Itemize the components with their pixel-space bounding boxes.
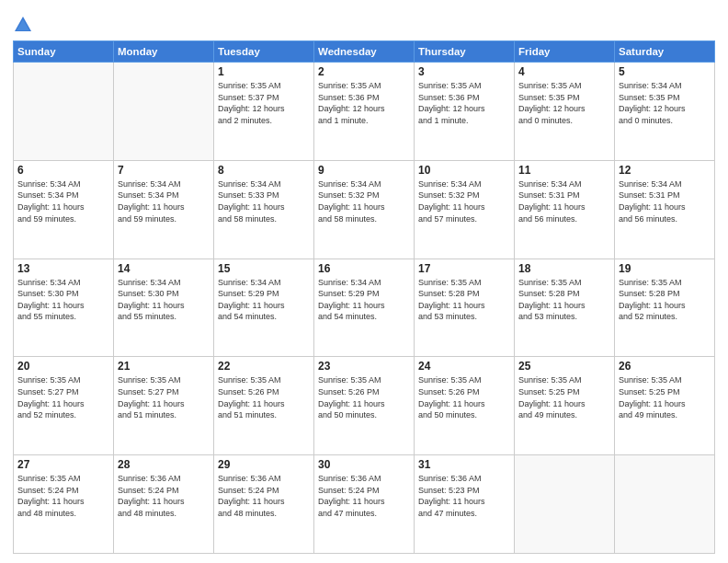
calendar-cell: 9Sunrise: 5:34 AMSunset: 5:32 PMDaylight… [314, 160, 415, 259]
calendar-cell: 27Sunrise: 5:35 AMSunset: 5:24 PMDayligh… [14, 455, 114, 554]
calendar-cell: 19Sunrise: 5:35 AMSunset: 5:28 PMDayligh… [615, 259, 715, 357]
calendar-cell [14, 63, 114, 161]
day-number: 18 [518, 262, 610, 275]
calendar-day-header-saturday: Saturday [615, 41, 715, 63]
cell-content: Sunrise: 5:34 AMSunset: 5:32 PMDaylight:… [418, 178, 510, 224]
cell-content: Sunrise: 5:34 AMSunset: 5:32 PMDaylight:… [318, 178, 410, 224]
calendar-header: SundayMondayTuesdayWednesdayThursdayFrid… [14, 41, 715, 63]
day-number: 7 [118, 164, 210, 177]
calendar-cell: 23Sunrise: 5:35 AMSunset: 5:26 PMDayligh… [314, 357, 415, 455]
day-number: 2 [318, 65, 410, 78]
cell-content: Sunrise: 5:35 AMSunset: 5:36 PMDaylight:… [318, 80, 410, 126]
calendar-day-header-sunday: Sunday [14, 41, 114, 63]
day-number: 26 [619, 360, 711, 373]
day-number: 24 [418, 360, 510, 373]
calendar-day-header-monday: Monday [114, 41, 214, 63]
calendar-cell: 11Sunrise: 5:34 AMSunset: 5:31 PMDayligh… [515, 160, 615, 259]
calendar-cell: 17Sunrise: 5:35 AMSunset: 5:28 PMDayligh… [415, 259, 515, 357]
cell-content: Sunrise: 5:36 AMSunset: 5:24 PMDaylight:… [118, 473, 210, 519]
day-number: 14 [118, 262, 210, 275]
cell-content: Sunrise: 5:35 AMSunset: 5:28 PMDaylight:… [418, 277, 510, 323]
day-number: 13 [17, 262, 109, 275]
calendar-table: SundayMondayTuesdayWednesdayThursdayFrid… [13, 40, 715, 554]
calendar-day-header-friday: Friday [515, 41, 615, 63]
cell-content: Sunrise: 5:35 AMSunset: 5:27 PMDaylight:… [118, 374, 210, 420]
calendar-week-1: 6Sunrise: 5:34 AMSunset: 5:34 PMDaylight… [14, 160, 715, 259]
calendar-week-0: 1Sunrise: 5:35 AMSunset: 5:37 PMDaylight… [14, 63, 715, 161]
cell-content: Sunrise: 5:35 AMSunset: 5:36 PMDaylight:… [418, 80, 510, 126]
day-number: 27 [17, 458, 109, 471]
cell-content: Sunrise: 5:34 AMSunset: 5:29 PMDaylight:… [318, 277, 410, 323]
calendar-cell: 20Sunrise: 5:35 AMSunset: 5:27 PMDayligh… [14, 357, 114, 455]
day-number: 19 [619, 262, 711, 275]
day-number: 30 [318, 458, 410, 471]
cell-content: Sunrise: 5:35 AMSunset: 5:24 PMDaylight:… [17, 473, 109, 519]
cell-content: Sunrise: 5:35 AMSunset: 5:27 PMDaylight:… [17, 374, 109, 420]
calendar-week-3: 20Sunrise: 5:35 AMSunset: 5:27 PMDayligh… [14, 357, 715, 455]
logo-icon [13, 15, 33, 35]
calendar-cell: 4Sunrise: 5:35 AMSunset: 5:35 PMDaylight… [515, 63, 615, 161]
cell-content: Sunrise: 5:35 AMSunset: 5:28 PMDaylight:… [518, 277, 610, 323]
calendar-day-header-tuesday: Tuesday [214, 41, 314, 63]
day-number: 6 [17, 164, 109, 177]
day-number: 23 [318, 360, 410, 373]
calendar-cell: 5Sunrise: 5:34 AMSunset: 5:35 PMDaylight… [615, 63, 715, 161]
cell-content: Sunrise: 5:34 AMSunset: 5:30 PMDaylight:… [118, 277, 210, 323]
cell-content: Sunrise: 5:35 AMSunset: 5:26 PMDaylight:… [318, 374, 410, 420]
day-number: 10 [418, 164, 510, 177]
day-number: 12 [619, 164, 711, 177]
day-number: 25 [518, 360, 610, 373]
calendar-cell: 28Sunrise: 5:36 AMSunset: 5:24 PMDayligh… [114, 455, 214, 554]
day-number: 3 [418, 65, 510, 78]
calendar-cell: 21Sunrise: 5:35 AMSunset: 5:27 PMDayligh… [114, 357, 214, 455]
cell-content: Sunrise: 5:34 AMSunset: 5:31 PMDaylight:… [518, 178, 610, 224]
cell-content: Sunrise: 5:36 AMSunset: 5:24 PMDaylight:… [218, 473, 310, 519]
calendar-cell [515, 455, 615, 554]
day-number: 22 [218, 360, 310, 373]
page: SundayMondayTuesdayWednesdayThursdayFrid… [0, 0, 728, 563]
cell-content: Sunrise: 5:34 AMSunset: 5:30 PMDaylight:… [17, 277, 109, 323]
cell-content: Sunrise: 5:35 AMSunset: 5:25 PMDaylight:… [518, 374, 610, 420]
day-number: 16 [318, 262, 410, 275]
cell-content: Sunrise: 5:35 AMSunset: 5:26 PMDaylight:… [418, 374, 510, 420]
calendar-cell: 16Sunrise: 5:34 AMSunset: 5:29 PMDayligh… [314, 259, 415, 357]
calendar-body: 1Sunrise: 5:35 AMSunset: 5:37 PMDaylight… [14, 63, 715, 554]
cell-content: Sunrise: 5:36 AMSunset: 5:24 PMDaylight:… [318, 473, 410, 519]
calendar-cell: 14Sunrise: 5:34 AMSunset: 5:30 PMDayligh… [114, 259, 214, 357]
calendar-cell: 22Sunrise: 5:35 AMSunset: 5:26 PMDayligh… [214, 357, 314, 455]
calendar-week-4: 27Sunrise: 5:35 AMSunset: 5:24 PMDayligh… [14, 455, 715, 554]
calendar-cell: 26Sunrise: 5:35 AMSunset: 5:25 PMDayligh… [615, 357, 715, 455]
cell-content: Sunrise: 5:34 AMSunset: 5:34 PMDaylight:… [17, 178, 109, 224]
calendar-cell: 6Sunrise: 5:34 AMSunset: 5:34 PMDaylight… [14, 160, 114, 259]
calendar-cell: 30Sunrise: 5:36 AMSunset: 5:24 PMDayligh… [314, 455, 415, 554]
calendar-cell: 15Sunrise: 5:34 AMSunset: 5:29 PMDayligh… [214, 259, 314, 357]
day-number: 9 [318, 164, 410, 177]
cell-content: Sunrise: 5:35 AMSunset: 5:25 PMDaylight:… [619, 374, 711, 420]
day-number: 20 [17, 360, 109, 373]
calendar-cell [114, 63, 214, 161]
calendar-cell: 3Sunrise: 5:35 AMSunset: 5:36 PMDaylight… [415, 63, 515, 161]
header [13, 9, 715, 35]
cell-content: Sunrise: 5:34 AMSunset: 5:35 PMDaylight:… [619, 80, 711, 126]
calendar-cell: 8Sunrise: 5:34 AMSunset: 5:33 PMDaylight… [214, 160, 314, 259]
cell-content: Sunrise: 5:35 AMSunset: 5:26 PMDaylight:… [218, 374, 310, 420]
calendar-cell [615, 455, 715, 554]
cell-content: Sunrise: 5:34 AMSunset: 5:31 PMDaylight:… [619, 178, 711, 224]
day-number: 5 [619, 65, 711, 78]
cell-content: Sunrise: 5:34 AMSunset: 5:34 PMDaylight:… [118, 178, 210, 224]
cell-content: Sunrise: 5:36 AMSunset: 5:23 PMDaylight:… [418, 473, 510, 519]
day-number: 15 [218, 262, 310, 275]
calendar-day-header-thursday: Thursday [415, 41, 515, 63]
calendar-cell: 29Sunrise: 5:36 AMSunset: 5:24 PMDayligh… [214, 455, 314, 554]
calendar-cell: 18Sunrise: 5:35 AMSunset: 5:28 PMDayligh… [515, 259, 615, 357]
day-number: 17 [418, 262, 510, 275]
calendar-cell: 12Sunrise: 5:34 AMSunset: 5:31 PMDayligh… [615, 160, 715, 259]
cell-content: Sunrise: 5:35 AMSunset: 5:28 PMDaylight:… [619, 277, 711, 323]
calendar-cell: 1Sunrise: 5:35 AMSunset: 5:37 PMDaylight… [214, 63, 314, 161]
day-number: 8 [218, 164, 310, 177]
day-number: 21 [118, 360, 210, 373]
cell-content: Sunrise: 5:35 AMSunset: 5:37 PMDaylight:… [218, 80, 310, 126]
calendar-cell: 13Sunrise: 5:34 AMSunset: 5:30 PMDayligh… [14, 259, 114, 357]
calendar-header-row: SundayMondayTuesdayWednesdayThursdayFrid… [14, 41, 715, 63]
day-number: 11 [518, 164, 610, 177]
